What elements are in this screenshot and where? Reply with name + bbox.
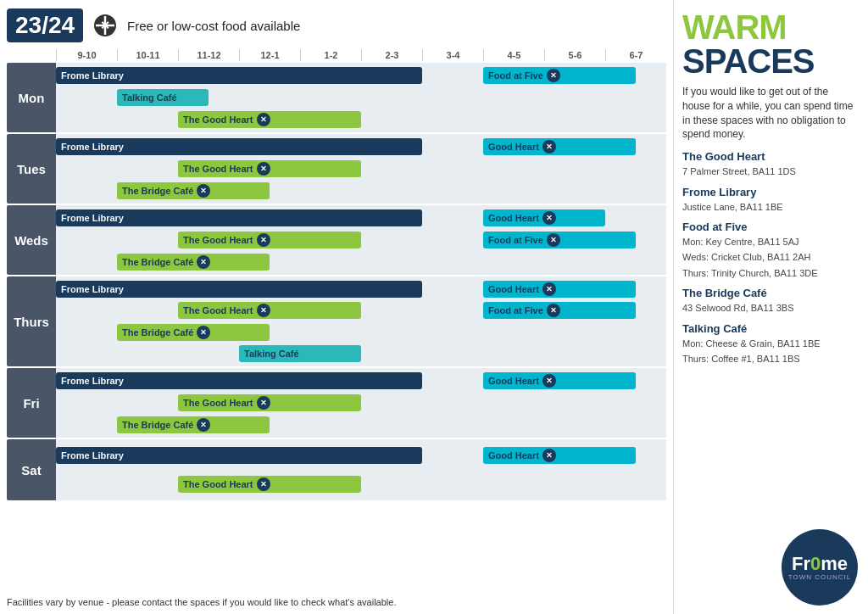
- day-row: FriFrome LibraryGood Heart✕The Good Hear…: [7, 368, 666, 438]
- food-icon: ✕: [92, 12, 119, 39]
- schedule-bar: Good Heart✕: [483, 138, 636, 155]
- food-restriction-icon: ✕: [542, 449, 556, 462]
- schedule-bar: Food at Five✕: [483, 232, 636, 248]
- venue-entry: Food at FiveMon: Key Centre, BA11 5AJ We…: [682, 220, 858, 280]
- logo-area: Fr0me TOWN COUNCIL: [682, 529, 858, 606]
- bar-label: Frome Library: [61, 450, 124, 460]
- bar-label: The Good Heart: [183, 305, 253, 315]
- warm-text: WARM: [682, 10, 858, 44]
- bar-row: The Good Heart✕: [56, 476, 666, 493]
- bar-label: The Good Heart: [183, 479, 253, 489]
- schedule-bar: The Bridge Café✕: [117, 416, 270, 433]
- schedule-bar: Frome Library: [56, 447, 422, 464]
- schedule-bar: The Good Heart✕: [178, 232, 361, 248]
- bar-row: The Bridge Café✕: [56, 416, 666, 433]
- sidebar-description: If you would like to get out of the hous…: [682, 85, 858, 142]
- schedule-bar: Talking Café: [117, 89, 209, 106]
- venue-name: The Bridge Café: [682, 287, 858, 299]
- venue-address: Mon: Cheese & Grain, BA11 1BE Thurs: Cof…: [682, 338, 821, 364]
- bar-row: The Good Heart✕: [56, 111, 666, 128]
- schedule-bar: Good Heart✕: [483, 447, 636, 464]
- schedule-bar: Talking Café: [239, 345, 361, 362]
- day-row: WedsFrome LibraryGood Heart✕The Good Hea…: [7, 205, 666, 275]
- time-cell: 6-7: [605, 49, 666, 61]
- venue-name: The Good Heart: [682, 150, 858, 163]
- day-row: ThursFrome LibraryGood Heart✕The Good He…: [7, 276, 666, 366]
- header: 23/24 ✕ Free or low-cost food available: [7, 8, 666, 42]
- food-restriction-icon: ✕: [257, 233, 270, 247]
- day-label: Mon: [7, 63, 56, 132]
- bar-label: The Good Heart: [183, 164, 253, 174]
- left-panel: 23/24 ✕ Free or low-cost food available …: [0, 0, 673, 614]
- time-cell: 3-4: [422, 49, 483, 61]
- bar-label: The Bridge Café: [122, 420, 193, 430]
- time-cell: 5-6: [544, 49, 605, 61]
- schedule-bar: Frome Library: [56, 138, 422, 155]
- food-restriction-icon: ✕: [257, 477, 270, 491]
- svg-text:✕: ✕: [100, 19, 110, 32]
- day-schedule: Frome LibraryGood Heart✕The Good Heart✕T…: [56, 368, 666, 438]
- food-restriction-icon: ✕: [197, 418, 210, 432]
- schedule-bar: Food at Five✕: [483, 302, 636, 319]
- time-header-row: 9-1010-1111-1212-11-22-33-44-55-66-7: [56, 49, 666, 61]
- bar-label: Talking Café: [244, 349, 299, 359]
- schedule-bar: Good Heart✕: [483, 209, 605, 226]
- schedule-bar: Food at Five✕: [483, 67, 636, 84]
- food-restriction-icon: ✕: [257, 396, 270, 410]
- year-badge: 23/24: [7, 8, 83, 42]
- time-cell: 1-2: [300, 49, 361, 61]
- time-cell: 12-1: [239, 49, 300, 61]
- food-restriction-icon: ✕: [542, 211, 556, 225]
- schedule-bar: The Bridge Café✕: [117, 254, 270, 271]
- food-restriction-icon: ✕: [542, 282, 556, 296]
- schedule-bar: Frome Library: [56, 67, 422, 84]
- venue-address: 7 Palmer Street, BA11 1DS: [682, 166, 796, 176]
- frome-logo-text: Fr0me: [792, 555, 848, 573]
- venue-entry: The Bridge Café43 Selwood Rd, BA11 3BS: [682, 287, 858, 315]
- time-cell: 11-12: [178, 49, 239, 61]
- bar-row: Frome LibraryGood Heart✕: [56, 372, 666, 389]
- food-restriction-icon: ✕: [197, 184, 210, 198]
- venue-entry: The Good Heart7 Palmer Street, BA11 1DS: [682, 150, 858, 178]
- time-cell: 4-5: [483, 49, 544, 61]
- bar-label: The Good Heart: [183, 114, 253, 125]
- day-schedule: Frome LibraryGood Heart✕The Good Heart✕T…: [56, 134, 666, 204]
- day-row: SatFrome LibraryGood Heart✕The Good Hear…: [7, 439, 666, 500]
- schedule-bar: The Good Heart✕: [178, 111, 361, 128]
- food-restriction-icon: ✕: [547, 69, 560, 82]
- food-restriction-icon: ✕: [257, 162, 270, 176]
- bar-row: Frome LibraryGood Heart✕: [56, 281, 666, 298]
- food-restriction-icon: ✕: [257, 304, 270, 317]
- bar-row: The Bridge Café✕: [56, 182, 666, 199]
- food-restriction-icon: ✕: [197, 326, 210, 339]
- day-label: Tues: [7, 134, 56, 204]
- schedule-bar: The Bridge Café✕: [117, 324, 270, 341]
- bar-row: Talking Café: [56, 345, 666, 362]
- bar-row: Frome LibraryGood Heart✕: [56, 138, 666, 155]
- bar-label: Frome Library: [61, 213, 124, 223]
- venue-name: Food at Five: [682, 220, 858, 233]
- venue-entry: Talking CaféMon: Cheese & Grain, BA11 1B…: [682, 322, 858, 366]
- day-label: Sat: [7, 439, 56, 500]
- venue-address: 43 Selwood Rd, BA11 3BS: [682, 303, 793, 313]
- zero-char: 0: [810, 553, 821, 574]
- bar-label: Good Heart: [488, 284, 539, 294]
- schedule-bar: Frome Library: [56, 281, 422, 298]
- food-restriction-icon: ✕: [547, 233, 560, 247]
- venue-entry: Frome LibraryJustice Lane, BA11 1BE: [682, 186, 858, 214]
- day-schedule: Frome LibraryGood Heart✕The Good Heart✕F…: [56, 276, 666, 366]
- day-schedule: Frome LibraryGood Heart✕The Good Heart✕: [56, 439, 666, 500]
- main-container: 23/24 ✕ Free or low-cost food available …: [0, 0, 868, 614]
- day-label: Fri: [7, 368, 56, 438]
- bar-row: Frome LibraryFood at Five✕: [56, 67, 666, 84]
- header-tagline: Free or low-cost food available: [127, 19, 300, 33]
- bar-row: The Bridge Café✕: [56, 254, 666, 271]
- bar-row: The Good Heart✕: [56, 160, 666, 177]
- bar-row: The Bridge Café✕: [56, 324, 666, 341]
- bar-label: Food at Five: [488, 70, 543, 81]
- venue-name: Frome Library: [682, 186, 858, 198]
- schedule-bar: The Good Heart✕: [178, 394, 361, 411]
- bar-label: Frome Library: [61, 376, 124, 386]
- frome-logo-sub: TOWN COUNCIL: [788, 573, 852, 581]
- frome-logo: Fr0me TOWN COUNCIL: [782, 529, 858, 606]
